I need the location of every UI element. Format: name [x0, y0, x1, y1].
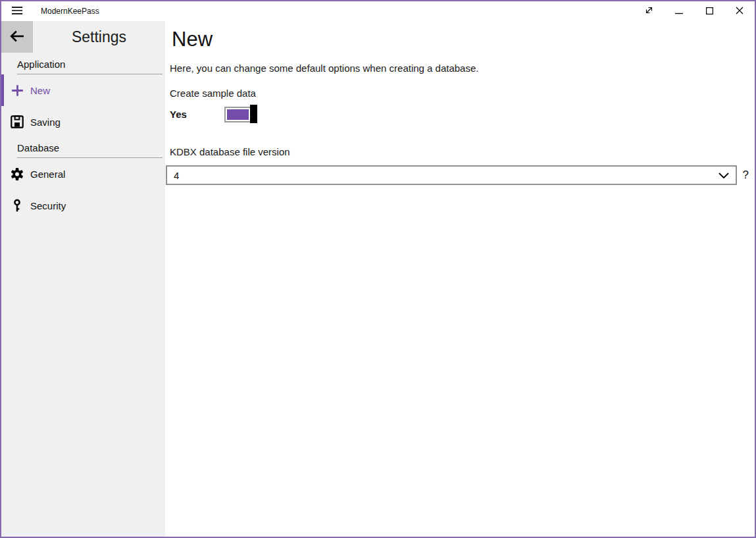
settings-new-page: New Here, you can change some default op… [165, 21, 755, 537]
titlebar: ModernKeePass [1, 1, 755, 21]
kdbx-version-label: KDBX database file version [170, 146, 755, 157]
toggle-state-text: Yes [170, 109, 224, 120]
fullscreen-icon [645, 6, 653, 16]
minimize-icon [675, 7, 683, 16]
create-sample-data-row: Yes [170, 105, 755, 123]
window-title: ModernKeePass [41, 7, 99, 16]
titlebar-drag-area [99, 1, 634, 21]
sidebar-item-label: Saving [30, 117, 61, 128]
toggle-fill [227, 109, 249, 120]
save-icon [11, 115, 24, 128]
maximize-icon [706, 7, 713, 16]
section-label-database: Database [17, 142, 163, 158]
sidebar-item-label: Security [30, 200, 66, 211]
section-label-application: Application [17, 59, 163, 74]
hamburger-menu-button[interactable] [1, 1, 33, 21]
sidebar-item-new[interactable]: New [1, 74, 165, 106]
sidebar-item-saving[interactable]: Saving [1, 106, 165, 138]
close-button[interactable] [724, 1, 755, 21]
minimize-button[interactable] [664, 1, 694, 21]
selection-indicator [1, 74, 4, 106]
create-sample-data-label: Create sample data [170, 88, 755, 99]
key-icon [11, 199, 24, 212]
page-description: Here, you can change some default option… [170, 63, 755, 74]
sidebar-header: Settings [1, 21, 165, 54]
sidebar-item-label: New [30, 85, 50, 96]
gear-icon [11, 167, 24, 180]
sidebar-item-general[interactable]: General [1, 158, 165, 190]
toggle-thumb[interactable] [250, 105, 257, 123]
sidebar-title: Settings [33, 21, 165, 53]
back-arrow-icon [9, 30, 25, 45]
fullscreen-button[interactable] [634, 1, 664, 21]
toggle-track [224, 107, 251, 122]
close-icon [736, 7, 743, 16]
kdbx-help-button[interactable]: ? [743, 169, 749, 182]
kdbx-version-combobox[interactable]: 4 [166, 165, 737, 185]
page-title: New [172, 28, 755, 51]
plus-icon [11, 84, 24, 97]
create-sample-data-toggle[interactable] [224, 105, 257, 123]
chevron-down-icon [718, 173, 729, 178]
sidebar-item-label: General [30, 169, 65, 180]
sidebar-item-security[interactable]: Security [1, 190, 165, 221]
kdbx-version-row: 4 ? [166, 165, 749, 185]
settings-sidebar: Settings Application New Saving Database [1, 21, 165, 537]
combobox-selected-value: 4 [174, 170, 718, 181]
maximize-button[interactable] [694, 1, 724, 21]
hamburger-icon [12, 7, 22, 16]
back-button[interactable] [1, 21, 33, 53]
